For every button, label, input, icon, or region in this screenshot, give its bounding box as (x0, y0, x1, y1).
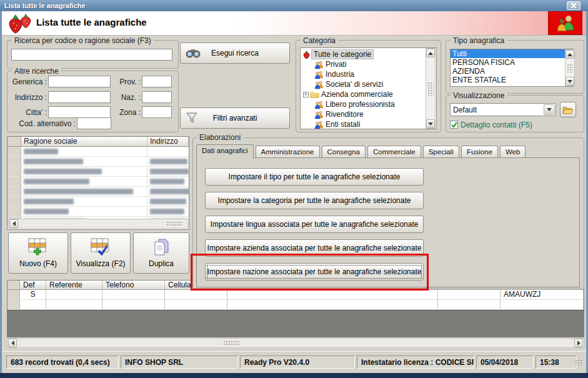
naz-input[interactable] (142, 91, 172, 103)
duplica-label: Duplica (149, 259, 174, 268)
tab-fusione[interactable]: Fusione (461, 146, 498, 157)
table-row[interactable] (7, 207, 189, 217)
tab-dati-anagrafici[interactable]: Dati anagrafici (196, 144, 254, 158)
indirizzo-label: Indirizzo : (7, 93, 47, 102)
filtri-avanzati-button[interactable]: Filtri avanzati (180, 107, 290, 129)
scroll-up-icon[interactable] (426, 49, 435, 57)
close-icon (571, 2, 577, 9)
table-row[interactable] (7, 167, 189, 177)
impostare-nazione-button[interactable]: Impostare nazione associata per tutte le… (205, 263, 424, 281)
close-button[interactable] (567, 1, 581, 10)
users-icon (556, 14, 575, 32)
scroll-up-icon[interactable] (566, 50, 574, 59)
column-header-referente[interactable]: Referente (46, 281, 102, 289)
elaborazioni-tabs: Dati anagrafici Amministrazione Consegna… (196, 143, 527, 157)
tipo-scrollbar[interactable] (565, 49, 575, 86)
duplica-button[interactable]: Duplica (133, 232, 189, 274)
def-cell: S (20, 290, 46, 299)
categoria-tree: Tutte le categorie Privati Industria Soc… (300, 47, 437, 129)
copy-documents-icon (152, 237, 171, 256)
code-cell: AMAUWZJ (501, 290, 584, 299)
tree-item-rivenditore[interactable]: Rivenditore (314, 109, 436, 119)
users-icon (314, 120, 324, 129)
strawberries-logo-icon (7, 13, 33, 34)
esegui-ricerca-button[interactable]: Esegui ricerca (180, 42, 290, 64)
prov-input[interactable] (142, 76, 172, 87)
window-bottom-border (0, 373, 588, 378)
chevron-down-icon[interactable] (544, 104, 555, 115)
tree-item-azienda-commerciale[interactable]: + Azienda commerciale (301, 89, 436, 99)
scroll-left-icon[interactable] (8, 339, 17, 347)
column-header-def[interactable]: Def (20, 281, 46, 289)
folder-icon (310, 90, 319, 99)
status-date: 05/04/2018 (476, 356, 534, 369)
table-hscrollbar[interactable] (8, 219, 188, 229)
scroll-grip[interactable] (427, 82, 434, 96)
contatti-row[interactable] (7, 300, 584, 310)
tab-speciali[interactable]: Speciali (423, 146, 459, 157)
tree-item-tutte-le-categorie[interactable]: Tutte le categorie (301, 49, 436, 59)
anagrafiche-table: Ragione sociale Indirizzo (7, 136, 189, 230)
list-item-tutti[interactable]: Tutti (451, 49, 573, 58)
tipo-anagrafica-group-label: Tipo anagrafica (451, 36, 507, 45)
nuovo-button[interactable]: Nuovo (F4) (8, 232, 68, 274)
open-view-folder-button[interactable] (560, 102, 576, 117)
impostare-categoria-button[interactable]: Impostare la categoria per tutte le anag… (205, 192, 424, 209)
bottom-hscrollbar[interactable] (7, 338, 584, 348)
scroll-grip[interactable] (166, 221, 182, 226)
tree-expand-icon[interactable]: + (303, 92, 309, 97)
row-selector-header (7, 137, 21, 146)
column-header-ragione-sociale[interactable]: Ragione sociale (21, 137, 147, 146)
tab-consegna[interactable]: Consegna (322, 146, 366, 157)
window-titlebar[interactable]: Lista tutte le anagrafiche (0, 0, 588, 11)
tab-amministrazione[interactable]: Amministrazione (256, 146, 320, 157)
citta-input[interactable] (48, 106, 111, 118)
indirizzo-input[interactable] (48, 91, 111, 103)
table-row[interactable] (7, 157, 189, 167)
impostare-lingua-button[interactable]: Impostare lingua associata per tutte le … (205, 216, 424, 233)
scroll-down-icon[interactable] (566, 77, 574, 86)
users-icon (314, 70, 324, 79)
list-item-ente-statale[interactable]: ENTE STATALE (451, 76, 573, 84)
status-record-count: 683 record trovati (0,4 secs) (6, 356, 119, 369)
table-row[interactable] (7, 197, 189, 207)
tree-item-industria[interactable]: Industria (314, 69, 436, 79)
list-item-azienda[interactable]: AZIENDA (451, 67, 573, 76)
zona-input[interactable] (142, 106, 172, 118)
naz-label: Naz. : (114, 93, 141, 102)
check-icon (451, 121, 458, 129)
window-title: Lista tutte le anagrafiche (4, 2, 86, 9)
tab-commerciale[interactable]: Commerciale (367, 146, 421, 157)
generica-input[interactable] (48, 76, 111, 87)
impostare-azienda-button[interactable]: Impostare azienda associata per tutte le… (205, 239, 424, 257)
contacts-red-button[interactable] (548, 11, 582, 35)
dettaglio-contatti-checkbox[interactable] (450, 121, 458, 129)
visualizza-button[interactable]: Visualizza (F2) (71, 232, 131, 274)
tree-item-enti-statali[interactable]: Enti statali (314, 119, 436, 129)
scroll-left-icon[interactable] (9, 219, 18, 228)
table-row[interactable] (7, 147, 189, 157)
cod-alternativo-input[interactable] (77, 117, 111, 129)
column-header-telefono[interactable]: Telefono (102, 281, 165, 289)
scroll-grip[interactable] (223, 341, 239, 346)
table-row[interactable] (7, 187, 189, 197)
impostare-tipo-button[interactable]: Impostare il tipo per tutte le anagrafic… (205, 168, 424, 186)
tree-item-privati[interactable]: Privati (314, 59, 436, 69)
table-row[interactable] (7, 177, 189, 187)
categoria-scrollbar[interactable] (426, 48, 436, 129)
scroll-down-icon[interactable] (426, 119, 435, 128)
tree-item-societa-di-servizi[interactable]: Societa' di servizi (314, 79, 436, 89)
dettaglio-contatti-label: Dettaglio contatti (F5) (461, 121, 532, 129)
resize-grip[interactable] (575, 359, 582, 366)
visualizzazione-dropdown[interactable]: Default (450, 103, 556, 116)
tree-item-libero-professionista[interactable]: Libero professionista (314, 99, 436, 109)
scroll-grip[interactable] (567, 64, 573, 72)
scroll-right-icon[interactable] (574, 339, 583, 347)
list-item-persona-fisica[interactable]: PERSONA FISICA (451, 58, 573, 67)
column-header-indirizzo[interactable]: Indirizzo (147, 137, 189, 146)
tab-web[interactable]: Web (500, 146, 526, 157)
search-code-input[interactable] (11, 49, 172, 61)
visualizzazione-dropdown-value: Default (451, 106, 544, 114)
empty-area (7, 311, 584, 337)
contatti-row[interactable]: S AMAUWZJ (7, 290, 584, 300)
